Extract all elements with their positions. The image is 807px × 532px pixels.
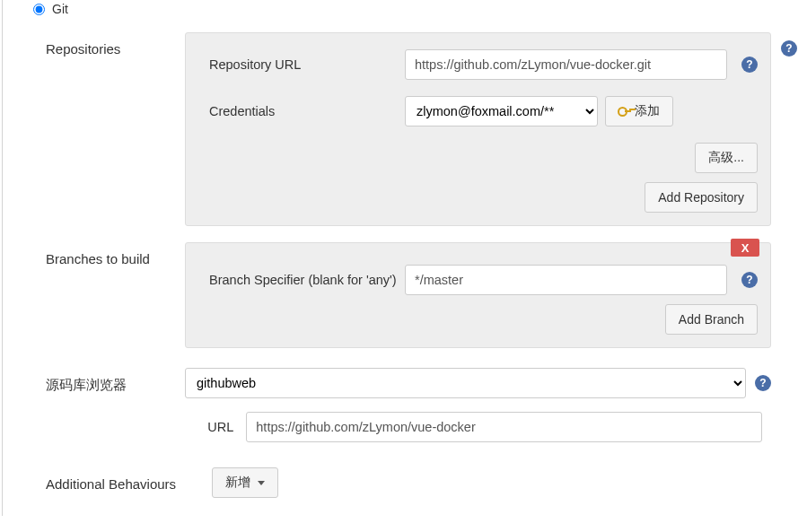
repo-browser-label: 源码库浏览器 [46, 368, 185, 442]
repo-browser-section: 源码库浏览器 githubweb ? URL [21, 348, 807, 442]
scm-git-radio-row[interactable]: Git [21, 0, 807, 23]
git-radio[interactable] [33, 4, 45, 15]
credentials-select[interactable]: zlymon@foxmail.com/** [405, 96, 598, 126]
branch-panel: X Branch Specifier (blank for 'any') ? A… [185, 242, 771, 348]
repositories-section: Repositories ? Repository URL ? Credenti… [21, 23, 807, 226]
browser-url-label: URL [185, 420, 246, 434]
repo-url-label: Repository URL [198, 57, 405, 72]
add-repository-button[interactable]: Add Repository [645, 182, 758, 213]
help-icon[interactable]: ? [741, 57, 758, 73]
help-icon[interactable]: ? [741, 272, 758, 288]
branch-specifier-input[interactable] [405, 265, 727, 295]
behaviours-section: Additional Behaviours 新增 [21, 442, 807, 498]
add-credentials-button[interactable]: 添加 [605, 96, 673, 126]
add-branch-button[interactable]: Add Branch [665, 304, 758, 335]
repo-browser-select[interactable]: githubweb [185, 368, 746, 398]
help-icon[interactable]: ? [781, 40, 797, 57]
delete-branch-button[interactable]: X [731, 239, 759, 257]
git-radio-label: Git [52, 2, 68, 16]
branch-specifier-label: Branch Specifier (blank for 'any') [198, 273, 405, 287]
help-icon[interactable]: ? [755, 375, 771, 391]
branches-label: Branches to build [46, 242, 185, 348]
repositories-label: Repositories [46, 32, 185, 226]
key-icon [618, 105, 631, 118]
advanced-button[interactable]: 高级... [695, 143, 758, 173]
chevron-down-icon [258, 481, 265, 485]
add-behaviour-button[interactable]: 新增 [212, 467, 278, 498]
repo-url-input[interactable] [405, 49, 727, 80]
repository-panel: ? Repository URL ? Credentials zlymon@fo… [185, 32, 771, 226]
credentials-label: Credentials [198, 104, 405, 118]
branches-section: Branches to build X Branch Specifier (bl… [21, 226, 807, 348]
browser-url-input[interactable] [246, 412, 762, 442]
behaviours-label: Additional Behaviours [46, 467, 212, 498]
